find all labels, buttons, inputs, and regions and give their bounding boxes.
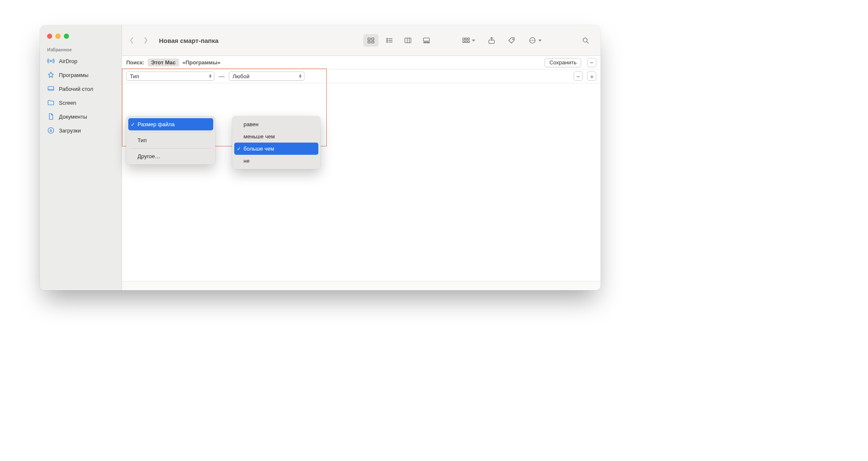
search-button[interactable] bbox=[580, 34, 592, 47]
svg-point-26 bbox=[530, 40, 531, 41]
desktop-icon bbox=[47, 85, 55, 93]
svg-rect-14 bbox=[427, 42, 428, 43]
menu-item-label: Размер файла bbox=[138, 121, 175, 127]
sidebar-item-label: Документы bbox=[59, 114, 87, 120]
main-pane: Новая смарт-папка bbox=[122, 25, 601, 290]
view-mode-group bbox=[362, 34, 436, 47]
svg-point-7 bbox=[386, 38, 387, 39]
checkmark-icon: ✓ bbox=[237, 146, 241, 151]
sidebar-item-screen[interactable]: Screen bbox=[40, 96, 122, 109]
view-icons-button[interactable] bbox=[363, 34, 378, 47]
view-list-button[interactable] bbox=[382, 34, 397, 47]
stepper-icon bbox=[299, 74, 302, 78]
attribute-menu-item-type[interactable]: Тип bbox=[128, 134, 213, 146]
chevron-down-icon bbox=[538, 40, 542, 42]
group-by-button[interactable] bbox=[459, 34, 478, 47]
search-rule-row: Тип — Любой − ＋ bbox=[122, 69, 601, 83]
svg-point-28 bbox=[583, 38, 587, 42]
tags-button[interactable] bbox=[505, 34, 518, 47]
sidebar-section-header: Избранное bbox=[40, 47, 122, 55]
sidebar-item-downloads[interactable]: Загрузки bbox=[40, 124, 122, 137]
svg-rect-4 bbox=[372, 38, 374, 40]
menu-item-label: равен bbox=[243, 121, 259, 127]
sidebar-item-documents[interactable]: Документы bbox=[40, 110, 122, 123]
svg-rect-10 bbox=[405, 38, 411, 42]
menu-item-label: Другое… bbox=[138, 153, 160, 159]
downloads-icon bbox=[47, 127, 55, 134]
menu-item-label: Тип bbox=[138, 137, 147, 143]
menu-separator bbox=[131, 148, 211, 148]
status-bar bbox=[122, 281, 601, 290]
sidebar-item-applications[interactable]: Программы bbox=[40, 69, 122, 81]
view-gallery-button[interactable] bbox=[419, 34, 434, 47]
rule-value-select[interactable]: Любой bbox=[229, 72, 304, 81]
rule-attribute-value: Тип bbox=[130, 73, 139, 79]
operator-menu-item-less[interactable]: меньше чем bbox=[234, 130, 318, 143]
svg-rect-11 bbox=[423, 38, 429, 41]
sidebar: Избранное AirDrop Программы Рабочий стол bbox=[40, 25, 122, 290]
remove-scope-button[interactable]: − bbox=[587, 58, 596, 67]
search-scope-bar: Поиск: Этот Mac «Программы» Сохранить − bbox=[122, 56, 601, 69]
save-button[interactable]: Сохранить bbox=[545, 58, 581, 67]
svg-rect-13 bbox=[426, 42, 426, 43]
add-rule-button[interactable]: ＋ bbox=[587, 72, 596, 81]
operator-menu: равен меньше чем ✓ больше чем не bbox=[232, 116, 320, 169]
sidebar-item-label: Рабочий стол bbox=[59, 86, 93, 92]
operator-menu-item-greater[interactable]: ✓ больше чем bbox=[234, 143, 318, 155]
window-title: Новая смарт-папка bbox=[159, 37, 218, 44]
rule-attribute-select[interactable]: Тип bbox=[126, 72, 214, 81]
operator-menu-item-not[interactable]: не bbox=[234, 155, 318, 167]
rule-separator: — bbox=[217, 73, 226, 79]
attribute-menu: ✓ Размер файла Тип Другое… bbox=[126, 116, 215, 164]
sidebar-item-label: Загрузки bbox=[59, 127, 81, 134]
zoom-window-button[interactable] bbox=[64, 34, 69, 39]
airdrop-icon bbox=[47, 57, 55, 65]
stepper-icon bbox=[209, 74, 212, 78]
svg-rect-5 bbox=[368, 41, 370, 43]
view-columns-button[interactable] bbox=[400, 34, 415, 47]
share-button[interactable] bbox=[485, 34, 498, 47]
svg-rect-16 bbox=[463, 38, 465, 40]
scope-this-mac[interactable]: Этот Mac bbox=[148, 58, 179, 66]
svg-rect-15 bbox=[429, 42, 430, 43]
menu-item-label: больше чем bbox=[243, 146, 274, 152]
svg-point-0 bbox=[50, 60, 51, 61]
svg-rect-1 bbox=[48, 87, 54, 90]
forward-button[interactable] bbox=[140, 34, 151, 47]
checkmark-icon: ✓ bbox=[131, 121, 135, 127]
toolbar: Новая смарт-папка bbox=[122, 25, 601, 56]
nav-arrows bbox=[126, 34, 151, 47]
menu-separator bbox=[131, 132, 211, 132]
remove-rule-button[interactable]: − bbox=[574, 72, 583, 81]
document-icon bbox=[47, 113, 55, 120]
sidebar-item-airdrop[interactable]: AirDrop bbox=[40, 55, 122, 67]
back-button[interactable] bbox=[126, 34, 137, 47]
scope-applications[interactable]: «Программы» bbox=[183, 59, 221, 66]
menu-item-label: не bbox=[243, 158, 249, 164]
search-label: Поиск: bbox=[126, 59, 144, 66]
svg-rect-12 bbox=[424, 42, 425, 43]
svg-point-8 bbox=[386, 40, 387, 41]
results-area bbox=[122, 83, 601, 281]
minimize-window-button[interactable] bbox=[56, 34, 61, 39]
sidebar-item-label: Программы bbox=[59, 72, 88, 78]
svg-point-23 bbox=[513, 39, 513, 40]
svg-rect-6 bbox=[372, 41, 374, 43]
folder-icon bbox=[47, 99, 55, 106]
sidebar-item-label: AirDrop bbox=[59, 58, 77, 64]
svg-point-25 bbox=[532, 40, 533, 41]
attribute-menu-item-other[interactable]: Другое… bbox=[128, 150, 213, 162]
sidebar-item-desktop[interactable]: Рабочий стол bbox=[40, 82, 122, 95]
svg-rect-17 bbox=[465, 38, 467, 40]
attribute-menu-item-filesize[interactable]: ✓ Размер файла bbox=[128, 118, 213, 130]
chevron-down-icon bbox=[472, 40, 475, 42]
rule-value-value: Любой bbox=[233, 73, 249, 79]
menu-item-label: меньше чем bbox=[243, 133, 275, 140]
svg-rect-19 bbox=[463, 41, 465, 42]
close-window-button[interactable] bbox=[47, 34, 52, 39]
action-button[interactable] bbox=[526, 34, 544, 47]
svg-point-27 bbox=[534, 40, 535, 41]
window-controls bbox=[40, 29, 122, 47]
operator-menu-item-equals[interactable]: равен bbox=[234, 118, 318, 130]
svg-rect-3 bbox=[368, 38, 370, 40]
